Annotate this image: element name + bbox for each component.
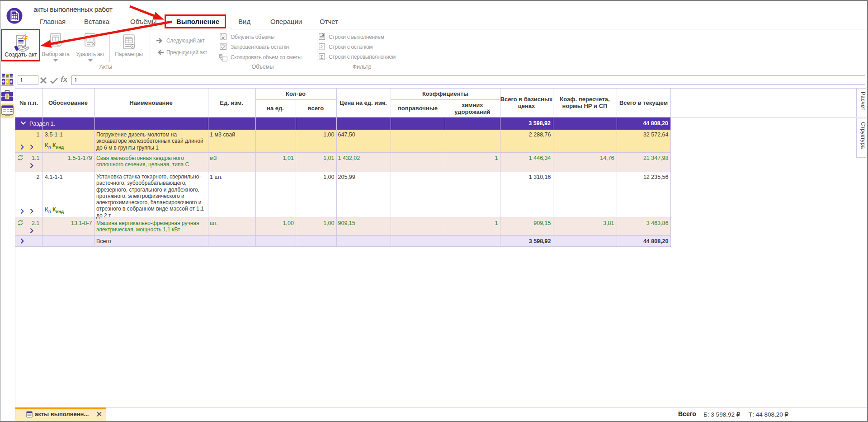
svg-text:%: %	[222, 34, 224, 37]
svg-text:100%: 100%	[221, 44, 226, 47]
svg-text:Σ: Σ	[320, 54, 323, 60]
svg-text:-Σ: -Σ	[319, 44, 324, 49]
